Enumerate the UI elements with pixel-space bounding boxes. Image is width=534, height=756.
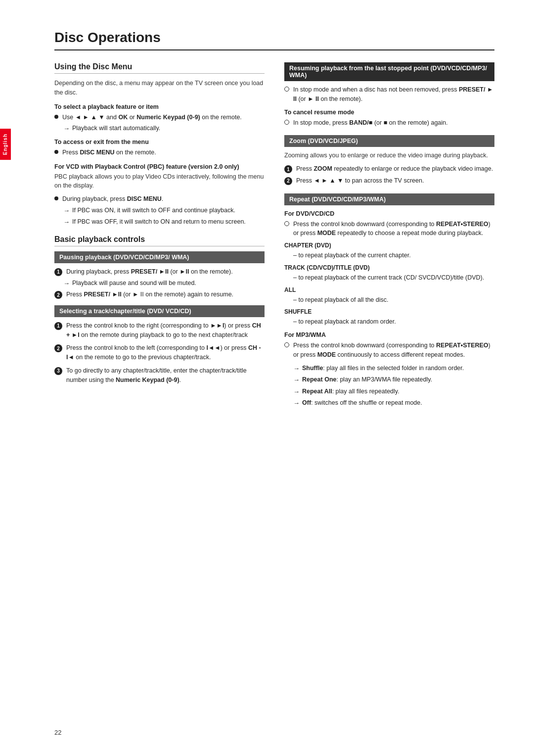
basic-playback-section: Basic playback controls Pausing playback… xyxy=(54,235,265,385)
zoom-step1-text: Press ZOOM repeatedly to enlarge or redu… xyxy=(296,164,493,174)
shuffle-title: SHUFFLE xyxy=(284,308,494,315)
select-feature-text: Use ◄ ► ▲ ▼ and OK or Numeric Keypad (0-… xyxy=(62,113,242,122)
mp3-wma-title: For MP3/WMA xyxy=(284,331,494,338)
arrow-icon4: → xyxy=(63,279,70,288)
mp3-arrow4-text: Off: switches off the shuffle or repeat … xyxy=(302,398,422,408)
repeat-box: Repeat (DVD/VCD/CD/MP3/WMA) xyxy=(284,193,494,205)
arrow-icon2: → xyxy=(63,206,70,216)
zoom-step2-badge: 2 xyxy=(284,177,292,185)
pause-arrow1: → Playback will pause and sound will be … xyxy=(63,279,265,288)
pause-step2-text: Press PRESET/ ►II (or ► II on the remote… xyxy=(66,290,233,299)
pause-step1-text: During playback, press PRESET/ ►II (or ►… xyxy=(66,267,233,277)
arrow-icon3: → xyxy=(63,217,70,227)
zoom-step2: 2 Press ◄ ► ▲ ▼ to pan across the TV scr… xyxy=(284,176,494,186)
track-text: – to repeat playback of the current trac… xyxy=(293,273,494,283)
vcd-pbc-text: During playback, press DISC MENU. xyxy=(62,194,163,204)
resuming-text: In stop mode and when a disc has not bee… xyxy=(293,85,494,104)
vcd-pbc-body: PBC playback allows you to play Video CD… xyxy=(54,172,265,191)
select-feature-arrow: → Playback will start automatically. xyxy=(63,124,265,134)
mp3-arrow2-text: Repeat One: play an MP3/WMA file repeate… xyxy=(302,375,432,384)
zoom-intro: Zooming allows you to enlarge or reduce … xyxy=(284,151,494,160)
select-step5-text: To go directly to any chapter/track/titl… xyxy=(66,366,265,385)
track-title: TRACK (CD/VCD)/TITLE (DVD) xyxy=(284,264,494,271)
arrow-icon8: → xyxy=(293,398,300,408)
dvd-vcd-cd-text: Press the control knob downward (corresp… xyxy=(293,220,494,238)
shuffle-text: – to repeat playback at random order. xyxy=(293,317,494,327)
arrow-icon: → xyxy=(63,124,70,134)
dvd-vcd-cd-title: For DVD/VCD/CD xyxy=(284,210,494,217)
bullet-circle-icon2 xyxy=(284,120,289,125)
select-step3: 1 Press the control knob to the right (c… xyxy=(54,321,265,340)
mp3-arrow4: → Off: switches off the shuffle or repea… xyxy=(293,398,494,408)
mp3-arrow1-text: Shuffle: play all files in the selected … xyxy=(302,364,464,373)
all-title: ALL xyxy=(284,286,494,293)
access-menu-title: To access or exit from the menu xyxy=(54,139,265,145)
left-column: Using the Disc Menu Depending on the dis… xyxy=(54,62,265,410)
selecting-track-box: Selecting a track/chapter/title (DVD/ VC… xyxy=(54,305,265,317)
dvd-vcd-cd-bullet: Press the control knob downward (corresp… xyxy=(284,220,494,238)
vcd-arrow1: → If PBC was ON, it will switch to OFF a… xyxy=(63,206,265,216)
chapter-title: CHAPTER (DVD) xyxy=(284,242,494,249)
vcd-arrow2-text: If PBC was OFF, it will switch to ON and… xyxy=(72,217,246,227)
mp3-arrow2: → Repeat One: play an MP3/WMA file repea… xyxy=(293,375,494,385)
mp3-wma-text: Press the control knob downward (corresp… xyxy=(293,341,494,360)
vcd-arrow2: → If PBC was OFF, it will switch to ON a… xyxy=(63,217,265,227)
access-menu-bullet: Press DISC MENU on the remote. xyxy=(54,148,265,157)
vcd-pbc-title: For VCD with Playback Control (PBC) feat… xyxy=(54,163,265,170)
zoom-box: Zoom (DVD/VCD/JPEG) xyxy=(284,135,494,147)
zoom-step1-badge: 1 xyxy=(284,165,292,173)
page-container: English Disc Operations Using the Disc M… xyxy=(0,0,534,756)
mp3-arrow1: → Shuffle: play all files in the selecte… xyxy=(293,364,494,374)
all-text: – to repeat playback of all the disc. xyxy=(293,295,494,305)
cancel-resume-text: In stop mode, press BAND/■ (or ■ on the … xyxy=(293,118,448,128)
select-step5: 3 To go directly to any chapter/track/ti… xyxy=(54,366,265,385)
access-menu-text: Press DISC MENU on the remote. xyxy=(62,148,156,157)
vcd-pbc-bullet: During playback, press DISC MENU. xyxy=(54,194,265,204)
zoom-step2-text: Press ◄ ► ▲ ▼ to pan across the TV scree… xyxy=(296,176,424,186)
step4-badge: 2 xyxy=(54,344,62,352)
bullet-dot-icon3 xyxy=(54,196,58,200)
select-feature-bullet: Use ◄ ► ▲ ▼ and OK or Numeric Keypad (0-… xyxy=(54,113,265,122)
mp3-wma-bullet: Press the control knob downward (corresp… xyxy=(284,341,494,360)
page-number: 22 xyxy=(54,729,61,736)
bullet-circle-icon3 xyxy=(284,221,289,226)
pause-step2: 2 Press PRESET/ ►II (or ► II on the remo… xyxy=(54,290,265,299)
step3-badge: 1 xyxy=(54,322,62,330)
select-step3-text: Press the control knob to the right (cor… xyxy=(66,321,265,340)
cancel-resume-bullet: In stop mode, press BAND/■ (or ■ on the … xyxy=(284,118,494,128)
page-title: Disc Operations xyxy=(54,30,494,50)
right-column: Resuming playback from the last stopped … xyxy=(284,62,494,410)
cancel-resume-title: To cancel resume mode xyxy=(284,109,494,116)
basic-playback-title: Basic playback controls xyxy=(54,235,265,246)
select-step4-text: Press the control knob to the left (corr… xyxy=(66,343,265,362)
using-disc-menu-section: Using the Disc Menu Depending on the dis… xyxy=(54,62,265,227)
sidebar-tab: English xyxy=(0,129,11,160)
arrow-icon5: → xyxy=(293,364,300,374)
select-feature-title: To select a playback feature or item xyxy=(54,103,265,110)
vcd-arrow1-text: If PBC was ON, it will switch to OFF and… xyxy=(72,206,235,215)
chapter-text: – to repeat playback of the current chap… xyxy=(293,251,494,260)
bullet-dot-icon xyxy=(54,115,58,119)
bullet-dot-icon2 xyxy=(54,150,58,154)
two-col-layout: Using the Disc Menu Depending on the dis… xyxy=(54,62,494,410)
mp3-arrow3-text: Repeat All: play all files repeatedly. xyxy=(302,387,400,396)
select-step4: 2 Press the control knob to the left (co… xyxy=(54,343,265,362)
disc-menu-intro: Depending on the disc, a menu may appear… xyxy=(54,79,265,97)
bullet-circle-icon xyxy=(284,87,289,92)
zoom-step1: 1 Press ZOOM repeatedly to enlarge or re… xyxy=(284,164,494,174)
step2-badge: 2 xyxy=(54,291,62,299)
pause-arrow1-text: Playback will pause and sound will be mu… xyxy=(72,279,196,288)
pause-step1: 1 During playback, press PRESET/ ►II (or… xyxy=(54,267,265,277)
select-feature-arrow-text: Playback will start automatically. xyxy=(72,124,160,133)
step1-badge: 1 xyxy=(54,268,62,276)
resuming-bullet: In stop mode and when a disc has not bee… xyxy=(284,85,494,104)
bullet-circle-icon4 xyxy=(284,342,289,347)
arrow-icon6: → xyxy=(293,375,300,385)
pausing-playback-box: Pausing playback (DVD/VCD/CD/MP3/ WMA) xyxy=(54,251,265,263)
using-disc-menu-title: Using the Disc Menu xyxy=(54,62,265,74)
mp3-arrow3: → Repeat All: play all files repeatedly. xyxy=(293,387,494,397)
resuming-box: Resuming playback from the last stopped … xyxy=(284,62,494,81)
step5-badge: 3 xyxy=(54,367,62,375)
arrow-icon7: → xyxy=(293,387,300,397)
